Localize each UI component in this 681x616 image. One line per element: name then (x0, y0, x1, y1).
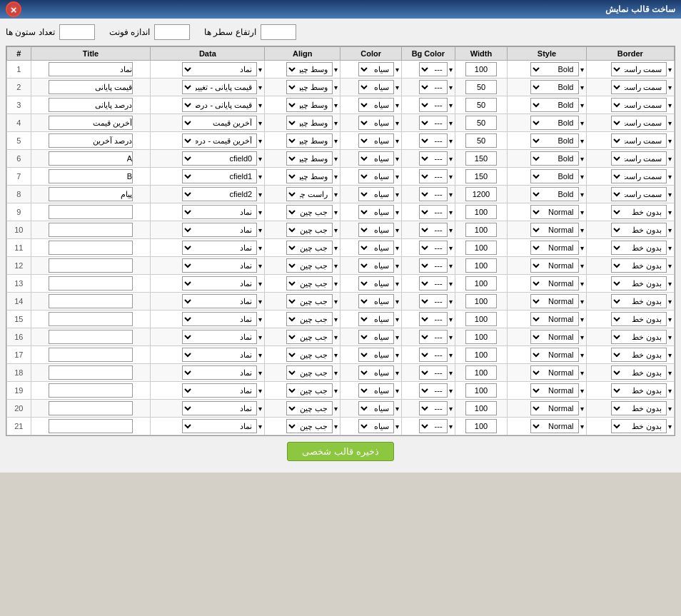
align-select-15[interactable]: وسط چینراست چینجب چین (286, 330, 333, 344)
width-input-10[interactable] (465, 241, 497, 255)
title-input-13[interactable] (49, 294, 133, 308)
data-select-6[interactable]: نمادقیمت پایانی - تغییرقیمت پایانی - درص… (182, 169, 257, 183)
align-select-18[interactable]: وسط چینراست چینجب چین (286, 383, 333, 398)
title-input-15[interactable] (49, 330, 133, 344)
bgcolor-select-17[interactable]: ---سفیدزردسبزقرمز (419, 365, 448, 380)
border-select-12[interactable]: سمت راستبدون خطسمت چپهمه (611, 276, 667, 291)
border-select-10[interactable]: سمت راستبدون خطسمت چپهمه (611, 241, 667, 255)
color-select-13[interactable]: سیاهسفیدقرمزسبزآبی (358, 294, 394, 308)
style-select-10[interactable]: BoldNormalItalic (530, 241, 579, 255)
color-select-15[interactable]: سیاهسفیدقرمزسبزآبی (358, 330, 394, 344)
data-select-4[interactable]: نمادقیمت پایانی - تغییرقیمت پایانی - درص… (182, 133, 257, 148)
width-input-15[interactable] (465, 330, 497, 344)
data-select-0[interactable]: نمادقیمت پایانی - تغییرقیمت پایانی - درص… (182, 62, 257, 76)
width-input-19[interactable] (465, 401, 497, 415)
color-select-3[interactable]: سیاهسفیدقرمزسبزآبی (358, 116, 394, 130)
color-select-0[interactable]: سیاهسفیدقرمزسبزآبی (358, 62, 394, 76)
border-select-3[interactable]: سمت راستبدون خطسمت چپهمه (611, 116, 667, 130)
save-button[interactable]: ذخیره قالب شخصی (287, 442, 393, 461)
width-input-12[interactable] (465, 276, 497, 291)
style-select-5[interactable]: BoldNormalItalic (530, 151, 579, 166)
color-select-4[interactable]: سیاهسفیدقرمزسبزآبی (358, 133, 394, 148)
border-select-5[interactable]: سمت راستبدون خطسمت چپهمه (611, 151, 667, 166)
width-input-3[interactable] (465, 116, 497, 130)
align-select-4[interactable]: وسط چینراست چینجب چین (286, 133, 333, 148)
bgcolor-select-13[interactable]: ---سفیدزردسبزقرمز (419, 294, 448, 308)
title-input-0[interactable] (49, 62, 133, 76)
color-select-17[interactable]: سیاهسفیدقرمزسبزآبی (358, 365, 394, 380)
style-select-6[interactable]: BoldNormalItalic (530, 169, 579, 183)
data-select-3[interactable]: نمادقیمت پایانی - تغییرقیمت پایانی - درص… (182, 116, 257, 130)
width-input-6[interactable] (465, 169, 497, 183)
style-select-16[interactable]: BoldNormalItalic (530, 348, 579, 362)
align-select-9[interactable]: وسط چینراست چینجب چین (286, 223, 333, 237)
width-input-0[interactable] (465, 62, 497, 76)
align-select-14[interactable]: وسط چینراست چینجب چین (286, 312, 333, 326)
color-select-18[interactable]: سیاهسفیدقرمزسبزآبی (358, 383, 394, 398)
style-select-0[interactable]: BoldNormalItalic (530, 62, 579, 76)
border-select-4[interactable]: سمت راستبدون خطسمت چپهمه (611, 133, 667, 148)
style-select-20[interactable]: BoldNormalItalic (530, 419, 579, 433)
border-select-7[interactable]: سمت راستبدون خطسمت چپهمه (611, 187, 667, 201)
data-select-7[interactable]: نمادقیمت پایانی - تغییرقیمت پایانی - درص… (182, 187, 257, 201)
bgcolor-select-15[interactable]: ---سفیدزردسبزقرمز (419, 330, 448, 344)
border-select-17[interactable]: سمت راستبدون خطسمت چپهمه (611, 365, 667, 380)
title-input-18[interactable] (49, 383, 133, 398)
bgcolor-select-18[interactable]: ---سفیدزردسبزقرمز (419, 383, 448, 398)
style-select-9[interactable]: BoldNormalItalic (530, 223, 579, 237)
align-select-13[interactable]: وسط چینراست چینجب چین (286, 294, 333, 308)
width-input-17[interactable] (465, 365, 497, 380)
border-select-9[interactable]: سمت راستبدون خطسمت چپهمه (611, 223, 667, 237)
align-select-11[interactable]: وسط چینراست چینجب چین (286, 258, 333, 273)
width-input-9[interactable] (465, 223, 497, 237)
align-select-8[interactable]: وسط چینراست چینجب چین (286, 205, 333, 219)
align-select-3[interactable]: وسط چینراست چینجب چین (286, 116, 333, 130)
title-input-19[interactable] (49, 401, 133, 415)
style-select-11[interactable]: BoldNormalItalic (530, 258, 579, 273)
width-input-7[interactable] (465, 187, 497, 201)
style-select-13[interactable]: BoldNormalItalic (530, 294, 579, 308)
bgcolor-select-16[interactable]: ---سفیدزردسبزقرمز (419, 348, 448, 362)
color-select-14[interactable]: سیاهسفیدقرمزسبزآبی (358, 312, 394, 326)
bgcolor-select-4[interactable]: ---سفیدزردسبزقرمز (419, 133, 448, 148)
border-select-15[interactable]: سمت راستبدون خطسمت چپهمه (611, 330, 667, 344)
data-select-13[interactable]: نمادقیمت پایانی - تغییرقیمت پایانی - درص… (182, 294, 257, 308)
border-select-6[interactable]: سمت راستبدون خطسمت چپهمه (611, 169, 667, 183)
data-select-8[interactable]: نمادقیمت پایانی - تغییرقیمت پایانی - درص… (182, 205, 257, 219)
style-select-4[interactable]: BoldNormalItalic (530, 133, 579, 148)
align-select-20[interactable]: وسط چینراست چینجب چین (286, 419, 333, 433)
width-input-20[interactable] (465, 419, 497, 433)
color-select-5[interactable]: سیاهسفیدقرمزسبزآبی (358, 151, 394, 166)
bgcolor-select-11[interactable]: ---سفیدزردسبزقرمز (419, 258, 448, 273)
data-select-19[interactable]: نمادقیمت پایانی - تغییرقیمت پایانی - درص… (182, 401, 257, 415)
bgcolor-select-3[interactable]: ---سفیدزردسبزقرمز (419, 116, 448, 130)
color-select-9[interactable]: سیاهسفیدقرمزسبزآبی (358, 223, 394, 237)
align-select-2[interactable]: وسط چینراست چینجب چین (286, 98, 333, 112)
font-size-input[interactable]: 12 (154, 24, 190, 40)
align-select-6[interactable]: وسط چینراست چینجب چین (286, 169, 333, 183)
style-select-14[interactable]: BoldNormalItalic (530, 312, 579, 326)
style-select-15[interactable]: BoldNormalItalic (530, 330, 579, 344)
bgcolor-select-8[interactable]: ---سفیدزردسبزقرمز (419, 205, 448, 219)
data-select-5[interactable]: نمادقیمت پایانی - تغییرقیمت پایانی - درص… (182, 151, 257, 166)
data-select-10[interactable]: نمادقیمت پایانی - تغییرقیمت پایانی - درص… (182, 241, 257, 255)
style-select-2[interactable]: BoldNormalItalic (530, 98, 579, 112)
width-input-18[interactable] (465, 383, 497, 398)
border-select-8[interactable]: سمت راستبدون خطسمت چپهمه (611, 205, 667, 219)
width-input-4[interactable] (465, 133, 497, 148)
color-select-16[interactable]: سیاهسفیدقرمزسبزآبی (358, 348, 394, 362)
bgcolor-select-14[interactable]: ---سفیدزردسبزقرمز (419, 312, 448, 326)
color-select-7[interactable]: سیاهسفیدقرمزسبزآبی (358, 187, 394, 201)
title-input-10[interactable] (49, 241, 133, 255)
data-select-18[interactable]: نمادقیمت پایانی - تغییرقیمت پایانی - درص… (182, 383, 257, 398)
color-select-10[interactable]: سیاهسفیدقرمزسبزآبی (358, 241, 394, 255)
title-input-9[interactable] (49, 223, 133, 237)
color-select-11[interactable]: سیاهسفیدقرمزسبزآبی (358, 258, 394, 273)
style-select-12[interactable]: BoldNormalItalic (530, 276, 579, 291)
title-input-8[interactable] (49, 205, 133, 219)
color-select-6[interactable]: سیاهسفیدقرمزسبزآبی (358, 169, 394, 183)
title-input-20[interactable] (49, 419, 133, 433)
border-select-1[interactable]: سمت راستبدون خطسمت چپهمه (611, 80, 667, 94)
bgcolor-select-7[interactable]: ---سفیدزردسبزقرمز (419, 187, 448, 201)
title-input-6[interactable] (49, 169, 133, 183)
